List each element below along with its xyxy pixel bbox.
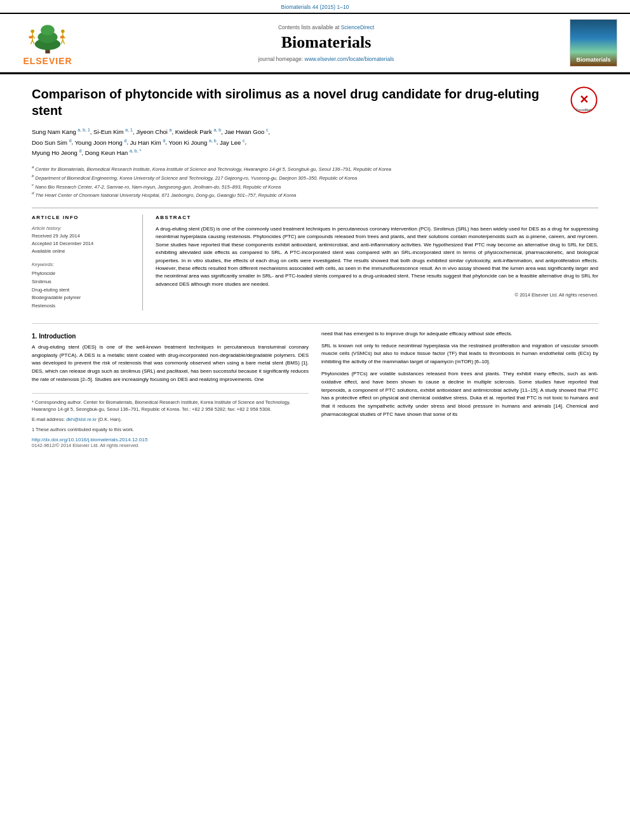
intro-right-text-3: Phytoncides (PTCs) are volatile substanc…	[321, 370, 598, 419]
crossmark-icon: ✕ CrossMark	[570, 86, 598, 114]
introduction-section: 1. Introduction A drug-eluting stent (DE…	[32, 330, 598, 448]
corresponding-note: * Corresponding author. Center for Bioma…	[32, 399, 309, 413]
author-hong: Young Joon Hong d	[75, 139, 127, 146]
svg-point-10	[61, 30, 65, 34]
svg-line-14	[61, 40, 63, 44]
svg-line-9	[32, 40, 34, 44]
copyright-line: © 2014 Elsevier Ltd. All rights reserved…	[156, 292, 598, 298]
affiliation-c: c Nano Bio Research Center, 47-2, Samrae…	[32, 182, 598, 190]
keyword-des: Drug-eluting stent	[32, 286, 133, 295]
svg-text:CrossMark: CrossMark	[576, 108, 593, 112]
svg-line-8	[30, 40, 32, 44]
intro-right-text-2: SRL is known not only to reduce neointim…	[321, 342, 598, 366]
elsevier-wordmark: ELSEVIER	[23, 56, 72, 66]
intro-left-text: A drug-eluting stent (DES) is one of the…	[32, 343, 309, 384]
section-heading: 1. Introduction	[32, 333, 309, 340]
author-kim-si: Si-Eun Kim a, 1	[93, 128, 133, 135]
author-jeong: Myung Ho Jeong d	[32, 149, 81, 156]
abstract-panel: ABSTRACT A drug-eluting stent (DES) is o…	[156, 215, 598, 310]
author-joung: Yoon Ki Joung a, b	[168, 139, 216, 146]
keyword-phytoncide: Phytoncide	[32, 270, 133, 278]
author-choi: Jiyeon Choi a	[136, 128, 171, 135]
keywords-label: Keywords:	[32, 262, 133, 267]
keyword-restenosis: Restenosis	[32, 302, 133, 310]
journal-header: ELSEVIER Contents lists available at Sci…	[0, 13, 630, 72]
svg-line-15	[63, 40, 65, 44]
homepage-url[interactable]: www.elsevier.com/locate/biomaterials	[305, 56, 394, 62]
issn-line: 0142-9612/© 2014 Elsevier Ltd. All right…	[32, 443, 309, 448]
available-date: Available online	[32, 248, 133, 255]
svg-rect-17	[60, 36, 64, 39]
contents-available-line: Contents lists available at ScienceDirec…	[89, 24, 563, 30]
authors-line: Sung Nam Kang a, b, 1, Si-Eun Kim a, 1, …	[32, 126, 598, 157]
doi-link[interactable]: http://dx.doi.org/10.1016/j.biomaterials…	[32, 437, 309, 443]
elsevier-logo: ELSEVIER	[13, 20, 83, 66]
email-note: E-mail address: dkh@kist.re.kr (D.K. Han…	[32, 416, 309, 423]
footnotes-block: * Corresponding author. Center for Bioma…	[32, 393, 309, 449]
sciencedirect-link[interactable]: ScienceDirect	[341, 24, 374, 30]
keyword-sirolimus: Sirolimus	[32, 278, 133, 286]
article-title-block: Comparison of phytoncide with sirolimus …	[32, 86, 598, 119]
affiliations-block: a Center for Biomaterials, Biomedical Re…	[32, 164, 598, 199]
received-date: Received 29 July 2014	[32, 232, 133, 240]
svg-rect-16	[29, 36, 32, 39]
affiliation-d: d The Heart Center of Chonnam National U…	[32, 190, 598, 199]
journal-title: Biomaterials	[89, 33, 563, 52]
abstract-body: A drug-eluting stent (DES) is one of the…	[156, 225, 598, 288]
intro-right-column: need that has emerged is to improve drug…	[321, 330, 598, 448]
author-sim: Doo Sun Sim d	[32, 139, 72, 146]
info-abstract-section: ARTICLE INFO Article history: Received 2…	[32, 208, 598, 310]
main-content: Comparison of phytoncide with sirolimus …	[0, 74, 630, 460]
affiliation-b: b Department of Biomedical Engineering, …	[32, 173, 598, 182]
journal-reference: Biomaterials 44 (2015) 1–10	[0, 0, 630, 13]
article-info-heading: ARTICLE INFO	[32, 215, 133, 220]
author-goo: Jae Hwan Goo c	[224, 128, 268, 135]
journal-center-header: Contents lists available at ScienceDirec…	[89, 24, 563, 62]
homepage-line: journal homepage: www.elsevier.com/locat…	[89, 56, 563, 62]
author-lee: Jay Lee c	[220, 139, 245, 146]
keywords-block: Keywords: Phytoncide Sirolimus Drug-elut…	[32, 262, 133, 310]
svg-point-3	[41, 25, 55, 36]
svg-text:✕: ✕	[579, 93, 589, 106]
section-divider	[32, 323, 598, 324]
history-label: Article history:	[32, 225, 133, 231]
accepted-date: Accepted 16 December 2014	[32, 240, 133, 248]
author-park: Kwideok Park a, b	[175, 128, 221, 135]
history-block: Article history: Received 29 July 2014 A…	[32, 225, 133, 255]
svg-point-4	[30, 30, 34, 34]
affiliation-a: a Center for Biomaterials, Biomedical Re…	[32, 164, 598, 173]
author-han: Dong Keun Han a, b, *	[85, 149, 142, 156]
article-info-panel: ARTICLE INFO Article history: Received 2…	[32, 215, 143, 310]
journal-thumbnail: Biomaterials	[570, 19, 617, 67]
intro-left-column: 1. Introduction A drug-eluting stent (DE…	[32, 330, 309, 448]
intro-right-text-1: need that has emerged is to improve drug…	[321, 330, 598, 338]
abstract-heading: ABSTRACT	[156, 215, 598, 220]
author-kim-ju: Ju Han Kim d	[130, 139, 166, 146]
author-kang: Sung Nam Kang a, b, 1	[32, 128, 90, 135]
equal-contribution-note: 1 These authors contributed equally to t…	[32, 426, 309, 434]
elsevier-tree-icon	[22, 20, 73, 55]
email-link[interactable]: dkh@kist.re.kr	[66, 417, 97, 422]
article-title: Comparison of phytoncide with sirolimus …	[32, 86, 563, 119]
keyword-polymer: Biodegradable polymer	[32, 294, 133, 302]
